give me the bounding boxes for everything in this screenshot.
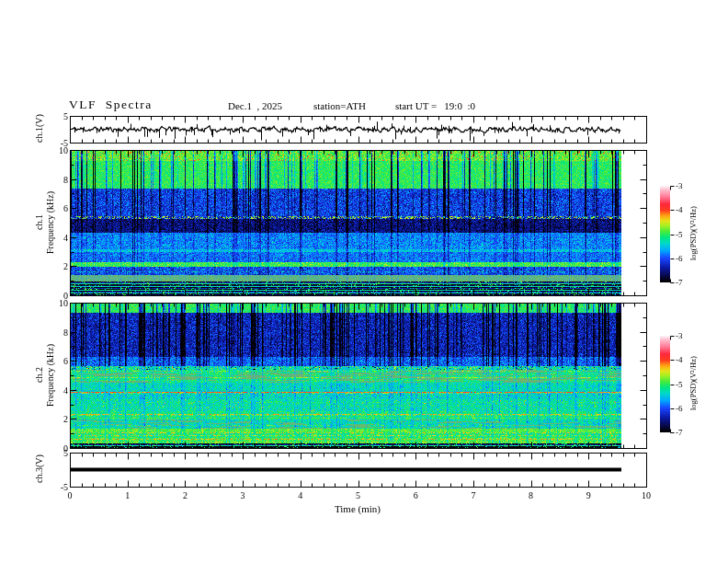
colorbar-tick-label: -4 [676,205,694,215]
x-tick-label: 4 [290,490,312,500]
ch2spec-y-tick-label: 10 [50,298,68,308]
colorbar-tick-label: -6 [676,404,694,414]
ch3v-y-tick-label: -5 [50,482,68,492]
ch3-waveform-panel [70,453,646,487]
x-tick-label: 9 [577,490,599,500]
colorbar-tick-label: -6 [676,254,694,264]
time-axis-label: Time (min) [302,503,413,514]
colorbar-tick-label: -7 [676,278,694,288]
ch1-frequency-axis-label: Frequency (kHz) [44,149,56,296]
ch1-waveform-panel [70,116,646,143]
ch2spec-y-tick-label: 2 [50,414,68,424]
ch2spec-y-tick-label: 6 [50,356,68,366]
start-ut-label: start UT = 19:0 :0 [395,100,475,111]
x-tick-label: 10 [635,490,657,500]
date-label: Dec.1 , 2025 [228,100,282,111]
ch3-voltage-axis-label: ch.3(V) [33,396,45,543]
ch3v-y-tick-label: 5 [50,448,68,458]
ch1spec-y-tick-label: 2 [50,261,68,271]
ch1v-y-tick-label: 5 [50,111,68,121]
x-tick-label: 6 [404,490,427,500]
x-tick-label: 8 [520,490,542,500]
colorbar-tick-label: -3 [676,331,694,341]
colorbar1 [660,186,670,282]
ch1spec-y-tick-label: 6 [50,203,68,213]
colorbar-tick-label: -7 [676,428,694,438]
ch2spec-y-tick-label: 8 [50,327,68,338]
colorbar-tick-label: -5 [676,230,694,240]
colorbar2 [660,336,670,432]
x-tick-label: 2 [174,490,196,500]
vlf-spectra-figure: VLF Spectra Dec.1 , 2025 station=ATH sta… [0,0,728,563]
colorbar-tick-label: -4 [676,355,694,365]
ch1spec-y-tick-label: 8 [50,175,68,185]
ch1-spectrogram-panel [70,150,646,295]
station-label: station=ATH [313,100,366,111]
x-tick-label: 3 [232,490,254,500]
ch2spec-y-tick-label: 4 [50,385,68,396]
page-title: VLF Spectra [69,98,153,112]
ch2-spectrogram-panel [70,303,646,448]
x-tick-label: 7 [462,490,484,500]
colorbar-tick-label: -3 [676,181,694,191]
colorbar-tick-label: -5 [676,380,694,390]
ch1spec-y-tick-label: 4 [50,233,68,243]
ch1spec-y-tick-label: 10 [50,145,68,155]
x-tick-label: 1 [117,490,139,500]
x-tick-label: 5 [347,490,370,500]
ch2-frequency-axis-label: Frequency (kHz) [44,302,56,449]
